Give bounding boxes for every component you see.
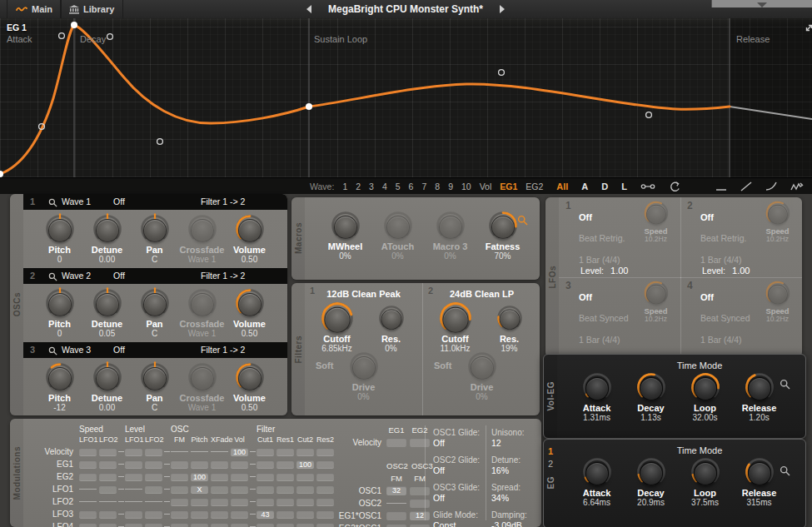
magnifier-icon[interactable]	[48, 271, 57, 287]
mod-cell[interactable]	[276, 448, 294, 456]
osc-wave-select[interactable]: Wave 2	[62, 268, 91, 284]
mod-cell[interactable]	[125, 473, 142, 481]
mod-cell[interactable]: X	[191, 485, 208, 494]
mod-cell[interactable]	[231, 498, 248, 506]
setting-unisono[interactable]: Unisono: 12	[491, 427, 541, 449]
mod-cell[interactable]	[171, 523, 188, 527]
mod-cell[interactable]: 100	[231, 448, 248, 456]
knob-pan[interactable]: Pan C	[131, 360, 178, 412]
osc-filter-route-select[interactable]: Filter 1 -> 2	[201, 194, 245, 210]
fm-cell[interactable]: 12	[410, 511, 430, 520]
curve-shape-icon[interactable]	[765, 181, 777, 191]
fm-cell[interactable]: 32	[386, 486, 406, 495]
preset-name[interactable]: MegaBright CPU Monster Synth*	[328, 3, 483, 15]
fm-cell[interactable]	[386, 438, 406, 447]
view-d[interactable]: D	[601, 181, 608, 191]
mod-cell[interactable]	[171, 460, 188, 469]
mod-cell[interactable]	[316, 523, 334, 527]
curve-tool-icon[interactable]	[669, 181, 680, 192]
knob-detune[interactable]: Detune 0.05	[83, 286, 131, 338]
filter-1-type-select[interactable]: 12dB Clean Peak	[305, 289, 422, 299]
mod-cell[interactable]	[211, 498, 228, 506]
fm-cell[interactable]	[410, 524, 430, 527]
random-icon[interactable]	[790, 181, 804, 192]
wave-target-5[interactable]: 5	[396, 181, 401, 191]
mod-cell[interactable]	[316, 448, 334, 456]
curve-handle[interactable]	[157, 139, 163, 145]
eg-mode-select[interactable]: Time Mode	[544, 445, 805, 455]
filter-2-soft-label[interactable]: Soft	[434, 360, 451, 370]
mod-cell[interactable]	[316, 485, 334, 494]
mod-cell[interactable]	[99, 523, 117, 527]
knob-pan[interactable]: Pan C	[131, 212, 178, 264]
curve-handle[interactable]	[646, 112, 652, 118]
osc-2-header[interactable]: 2 Wave 2 Off Filter 1 -> 2	[23, 268, 287, 284]
knob-attack[interactable]: Attack 6.64ms	[573, 455, 620, 507]
knob-pitch[interactable]: Pitch 0	[36, 286, 83, 338]
knob-volume[interactable]: Volume 0.50	[226, 286, 273, 338]
mod-cell[interactable]	[211, 460, 228, 469]
lfo-state-select[interactable]: Off	[579, 292, 592, 302]
mod-cell[interactable]	[231, 485, 248, 494]
mod-cell[interactable]	[231, 473, 248, 481]
lfo-mode-select[interactable]: Beat Synced	[579, 313, 629, 323]
mod-cell[interactable]	[79, 523, 97, 527]
view-l[interactable]: L	[621, 181, 627, 191]
knob-release[interactable]: Release 1.20s	[735, 370, 783, 422]
mod-cell[interactable]	[276, 473, 294, 481]
wave-target-10[interactable]: 10	[461, 181, 471, 191]
mod-cell[interactable]: 100	[296, 460, 314, 469]
wave-target-vol[interactable]: Vol	[480, 181, 492, 191]
osc-filter-route-select[interactable]: Filter 1 -> 2	[201, 342, 245, 358]
lfo-rate-select[interactable]: 1 Bar (4/4)	[579, 335, 620, 345]
fm-cell[interactable]	[386, 524, 406, 527]
envelope-curve[interactable]	[0, 25, 730, 174]
knob-mwheel[interactable]: MWheel 0%	[321, 209, 369, 261]
curve-handle[interactable]	[499, 70, 505, 76]
knob-speed[interactable]: Speed 10.2Hz	[757, 279, 797, 323]
knob-release[interactable]: Release 315ms	[735, 455, 783, 507]
knob-decay[interactable]: Decay 20.9ms	[627, 455, 675, 507]
mod-cell[interactable]	[171, 498, 188, 506]
lfo-rate-select[interactable]: 1 Bar (4/4)	[579, 255, 620, 265]
mod-cell[interactable]	[99, 473, 117, 481]
lfo-rate-select[interactable]: 1 Bar (4/4)	[700, 335, 742, 345]
knob-detune[interactable]: Detune 0.00	[83, 212, 131, 264]
lfo-mode-select[interactable]: Beat Retrig.	[579, 233, 625, 243]
fm-cell[interactable]	[410, 499, 430, 508]
wave-target-8[interactable]: 8	[435, 181, 440, 191]
vol-eg-magnifier-icon[interactable]	[780, 378, 790, 393]
mod-cell[interactable]	[145, 523, 162, 527]
eg-magnifier-icon[interactable]	[780, 465, 790, 480]
mod-cell[interactable]	[276, 523, 294, 527]
osc-mode-select[interactable]: Off	[113, 268, 125, 284]
setting-osc3-glide[interactable]: OSC3 Glide: Off	[433, 482, 490, 504]
magnifier-icon[interactable]	[48, 346, 57, 361]
mod-cell[interactable]	[99, 460, 117, 469]
mod-cell[interactable]	[316, 498, 334, 506]
osc-wave-select[interactable]: Wave 1	[62, 194, 91, 210]
mod-cell[interactable]	[125, 523, 142, 527]
mod-cell[interactable]	[125, 510, 142, 519]
mod-cell[interactable]	[211, 523, 228, 527]
mod-cell[interactable]	[231, 460, 248, 469]
curve-node[interactable]	[71, 22, 77, 28]
knob-detune[interactable]: Detune 0.00	[83, 360, 131, 412]
mod-cell[interactable]	[171, 485, 188, 494]
mod-cell[interactable]	[211, 485, 228, 494]
wave-target-eg1[interactable]: EG1	[500, 181, 517, 191]
mod-cell[interactable]	[316, 473, 334, 481]
mod-cell[interactable]	[191, 460, 208, 469]
knob-decay[interactable]: Decay 1.13s	[627, 370, 675, 422]
lfo-level[interactable]: Level:1.00	[702, 266, 750, 276]
knob-drive[interactable]: Drive 0%	[340, 350, 387, 401]
lfo-state-select[interactable]: Off	[579, 212, 592, 222]
ramp-line-icon[interactable]	[740, 181, 752, 191]
mod-cell[interactable]	[316, 460, 334, 469]
knob-speed[interactable]: Speed 10.2Hz	[635, 279, 675, 323]
envelope-editor[interactable]: EG 1 AttackDecaySustain LoopRelease	[0, 18, 812, 177]
mod-cell[interactable]	[257, 448, 274, 456]
knob-pan[interactable]: Pan C	[131, 286, 178, 338]
mod-cell[interactable]	[79, 473, 97, 481]
lfo-mode-select[interactable]: Beat Synced	[700, 313, 750, 323]
